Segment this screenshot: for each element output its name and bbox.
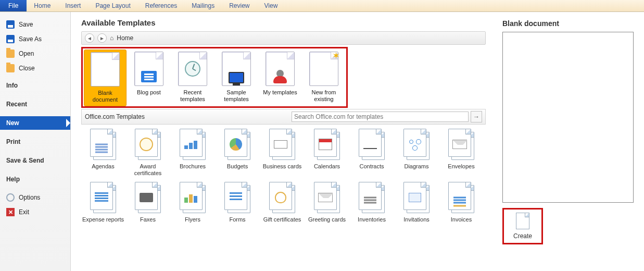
template-business-cards[interactable]: Business cards (260, 128, 304, 179)
ribbon: File Home Insert Page Layout References … (0, 0, 644, 12)
monitor-icon (229, 72, 244, 83)
side-options[interactable]: Options (0, 190, 70, 205)
side-save-label: Save (19, 21, 33, 28)
tile-my-templates[interactable]: My templates (259, 50, 301, 106)
mini-env-icon (452, 140, 467, 149)
save-as-icon (6, 35, 15, 43)
template-award-certificates[interactable]: Award certificates (126, 128, 170, 179)
tile-blog-post[interactable]: Blog post (128, 50, 170, 106)
template-label: Greeting cards (308, 216, 346, 223)
save-icon (6, 20, 15, 29)
side-print-label: Print (6, 138, 20, 145)
template-envelopes[interactable]: Envelopes (439, 128, 483, 179)
template-diagrams[interactable]: Diagrams (395, 128, 438, 179)
main-panel: Available Templates ◄ ► ⌂ Home Blank doc… (71, 12, 493, 271)
template-contracts[interactable]: Contracts (350, 128, 394, 179)
side-save[interactable]: Save (0, 17, 70, 32)
search-input[interactable] (292, 112, 469, 122)
ribbon-tab-review[interactable]: Review (222, 0, 257, 11)
tile-recent-templates[interactable]: Recent templates (171, 50, 214, 106)
ribbon-tab-insert[interactable]: Insert (58, 0, 88, 11)
template-budgets[interactable]: Budgets (216, 128, 259, 179)
side-save-as[interactable]: Save As (0, 32, 70, 46)
tile-blank-document[interactable]: Blank document (84, 50, 127, 106)
mini-lines-icon (95, 144, 108, 145)
template-invitations[interactable]: Invitations (395, 181, 438, 226)
tile-blank-document-label: Blank document (85, 90, 125, 103)
template-inventories[interactable]: Inventories (350, 181, 394, 226)
template-label: Inventories (358, 216, 386, 223)
side-open[interactable]: Open (0, 46, 70, 61)
available-templates-title: Available Templates (81, 18, 486, 27)
side-open-label: Open (19, 50, 34, 57)
tile-sample-templates[interactable]: Sample templates (215, 50, 258, 106)
side-close-label: Close (19, 65, 35, 72)
nav-forward-button[interactable]: ► (97, 33, 107, 43)
template-greeting-cards[interactable]: Greeting cards (305, 181, 349, 226)
template-invoices[interactable]: Invoices (439, 181, 483, 226)
nav-back-button[interactable]: ◄ (85, 33, 94, 43)
breadcrumb-home[interactable]: Home (117, 34, 133, 42)
template-label: Diagrams (404, 163, 428, 170)
side-recent-label: Recent (6, 101, 27, 108)
close-icon (6, 64, 15, 72)
template-expense-reports[interactable]: Expense reports (81, 181, 125, 226)
side-info[interactable]: Info (0, 79, 70, 92)
template-label: Invitations (403, 216, 430, 223)
side-save-send[interactable]: Save & Send (0, 154, 70, 167)
mini-fax-icon (140, 193, 153, 202)
side-recent[interactable]: Recent (0, 97, 70, 111)
side-new[interactable]: New (0, 116, 70, 130)
template-forms[interactable]: Forms (216, 181, 259, 226)
side-print[interactable]: Print (0, 135, 70, 149)
template-agendas[interactable]: Agendas (81, 128, 125, 179)
template-faxes[interactable]: Faxes (126, 181, 170, 226)
side-new-label: New (6, 119, 19, 127)
template-gift-certificates[interactable]: Gift certificates (260, 181, 304, 226)
create-button[interactable]: Create (502, 208, 543, 244)
blog-icon (141, 71, 157, 82)
tile-new-from-existing-label: New from existing (304, 89, 344, 102)
ribbon-tab-view[interactable]: View (257, 0, 285, 11)
preview-image (502, 32, 634, 203)
mini-badge-icon (140, 138, 153, 151)
tile-blog-post-label: Blog post (137, 89, 161, 96)
row1-highlight: Blank document Blog post Recent template… (81, 47, 348, 108)
template-label: Invoices (451, 216, 472, 223)
ribbon-tab-mailings[interactable]: Mailings (184, 0, 222, 11)
mini-gift-icon (275, 192, 286, 203)
template-brochures[interactable]: Brochures (171, 128, 214, 179)
preview-panel: Blank document Create (493, 12, 644, 271)
mini-invoice-icon (453, 196, 466, 198)
search-go-button[interactable]: → (471, 111, 482, 122)
home-icon[interactable]: ⌂ (110, 34, 113, 42)
create-label: Create (513, 232, 532, 240)
ribbon-tab-home[interactable]: Home (27, 0, 58, 11)
side-help[interactable]: Help (0, 173, 70, 186)
exit-icon: ✕ (6, 208, 15, 216)
template-calendars[interactable]: Calendars (305, 128, 349, 179)
open-icon (6, 50, 15, 58)
clock-icon (185, 61, 200, 77)
side-exit[interactable]: ✕Exit (0, 205, 70, 219)
backstage-sidebar: Save Save As Open Close Info Recent New … (0, 12, 71, 271)
mini-env-icon (318, 193, 333, 202)
template-label: Flyers (185, 216, 200, 223)
tile-new-from-existing[interactable]: ✶ New from existing (302, 50, 345, 106)
office-templates-title: Office.com Templates (85, 113, 145, 120)
template-label: Contracts (359, 163, 384, 170)
mini-pie-icon (230, 138, 242, 151)
side-save-send-label: Save & Send (6, 157, 44, 164)
tile-sample-templates-label: Sample templates (216, 89, 257, 102)
spark-icon: ✶ (332, 50, 340, 61)
template-flyers[interactable]: Flyers (171, 181, 214, 226)
ribbon-tab-references[interactable]: References (138, 0, 184, 11)
mini-bar-icon (184, 192, 198, 203)
side-exit-label: Exit (19, 208, 29, 216)
ribbon-tab-page-layout[interactable]: Page Layout (88, 0, 137, 11)
template-label: Forms (229, 216, 245, 223)
side-close[interactable]: Close (0, 61, 70, 76)
tile-recent-templates-label: Recent templates (172, 89, 213, 102)
side-help-label: Help (6, 176, 20, 183)
ribbon-tab-file[interactable]: File (0, 0, 27, 11)
